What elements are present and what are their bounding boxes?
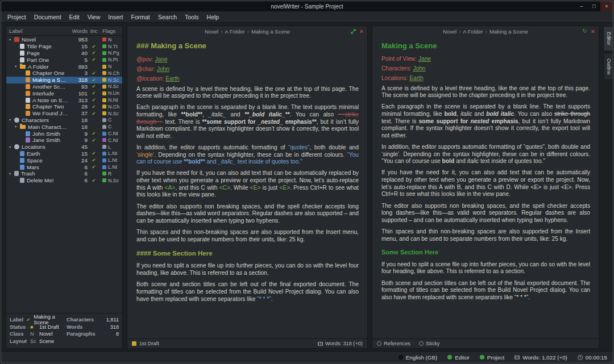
tab-editor[interactable]: Editor [603,26,613,51]
stat-row-words: Words 318 [67,324,119,331]
maximize-button[interactable]: □ [588,1,600,11]
tree-item[interactable]: Mars6✔L.Nt [6,164,122,170]
tree-item[interactable]: ▾Characters18C [6,117,122,124]
close-view-icon[interactable]: × [591,28,595,35]
tree-item[interactable]: Chapter One3✔N.Ch [6,70,122,77]
tree-item[interactable]: Jane Smith9✔C.Nt [6,137,122,144]
expander-icon[interactable]: ▾ [15,124,20,129]
taglink-text[interactable]: Jane [418,56,431,62]
paragraph: If you need to split a scene file up int… [136,262,359,277]
detail-label: Status [10,324,30,330]
text-run: . [271,296,273,302]
taglink-text[interactable]: Earth [409,75,423,81]
tree-item[interactable]: ▾Novel953N [6,36,122,43]
editor-text[interactable]: ### Making a Scene@pov: Jane@char: John@… [127,36,367,338]
squote-text: ‘single’ [136,152,154,158]
close-document-icon[interactable]: × [360,28,363,35]
menu-document[interactable]: Document [30,12,65,22]
close-button[interactable]: × [600,1,613,11]
tag-line: @pov: Jane [136,56,359,64]
tree-item[interactable]: ▾A Folder893N [6,63,122,70]
expander-icon[interactable]: ▾ [9,145,14,149]
taglink-text[interactable]: Earth [165,76,179,82]
menu-tools[interactable]: Tools [181,12,203,22]
statusbar-language[interactable]: English (GB) [399,354,438,361]
folder-icon [20,125,26,129]
editor-status-label[interactable]: 1st Draft [139,341,159,346]
taglink-text[interactable]: John [157,66,169,72]
menu-insert[interactable]: Insert [104,12,127,22]
tree-item-flags: N.Tt [100,44,119,49]
statusbar-word-count[interactable]: Words: 1,022 (+0) [515,354,567,361]
expander-icon[interactable]: ▾ [15,64,20,69]
tree-item[interactable]: Page40✔N.Pg [6,50,122,57]
tree-item-flags: C [100,124,119,129]
tab-outline[interactable]: Outline [603,53,613,81]
tree-item[interactable]: We Found John!37✔N.Sc [6,110,122,117]
tree-item-wordcount: 313 [68,97,88,103]
taglink-text[interactable]: John [413,65,425,72]
book-icon [14,37,19,42]
tree-item-label: Title Page [27,43,68,49]
tree-item-label: A Note on Structure [32,97,68,103]
expander-icon[interactable]: ▾ [9,171,14,176]
tree-item[interactable]: Making a Scene318✔N.Sc [6,77,122,83]
statusbar-session-time[interactable]: 00:00:15 [578,354,607,361]
text-run: , [457,111,460,117]
doc-icon [26,111,30,116]
bold-text: bold [445,111,457,117]
tree-item-wordcount: 93 [68,83,88,90]
tree-item[interactable]: Space24✔L.Nt [6,157,122,164]
project-tree[interactable]: ▾Novel953NTitle Page15✔N.TtPage40✔N.PgPa… [6,36,122,313]
menu-search[interactable]: Search [154,12,181,22]
tree-item[interactable]: Earth15✔L.Nt [6,150,122,157]
tree-item-flags: C.Nt [100,131,119,136]
menu-project[interactable]: Project [3,12,30,22]
tree-item[interactable]: ▾Trash6R [6,170,122,177]
taglink-text[interactable]: Jane [155,56,167,62]
statusbar-project-status[interactable]: Project [480,354,505,361]
tagkey-text: Locations: [381,75,409,81]
status-color-icon [102,98,106,102]
flags-text: N [108,64,111,69]
editor-word-count[interactable]: Words: 318 (+0) [325,341,363,346]
bi-text: nested [470,118,489,124]
menu-help[interactable]: Help [203,12,223,22]
status-color-icon [102,85,106,89]
included-check-icon: ✔ [88,111,100,116]
doc-icon [26,91,30,96]
menu-format[interactable]: Format [127,12,154,22]
tree-item[interactable]: John Smith9✔C.Nt [6,130,122,137]
tree-item[interactable]: Title Page15✔N.Tt [6,43,122,50]
menu-view[interactable]: View [84,12,105,22]
tree-item[interactable]: ▾Locations45L [6,144,122,150]
text-run: text. There is [381,118,419,124]
maximize-editor-icon[interactable] [351,29,356,34]
tree-item[interactable]: ▾Main Characters18C [6,123,122,130]
sticky-toggle[interactable]: Sticky [426,341,440,346]
tree-item[interactable]: Part One5✔N.Pt [6,56,122,63]
flags-text: L.Nt [108,150,117,156]
tree-item-label: Making a Scene [32,77,68,83]
tree-item[interactable]: Another Scene93✔N.Sc [6,83,122,90]
tree-item-label: Delete Me! [27,177,68,183]
expander-icon[interactable]: ▾ [9,118,14,122]
flags-text: N.Nt [108,97,118,103]
doc-icon [26,131,30,136]
minimize-button[interactable]: – [575,1,588,11]
tree-item[interactable]: Delete Me!6✔N.Sc [6,177,122,184]
statusbar-editor-status[interactable]: Editor [447,354,470,361]
people-icon [14,118,19,123]
text-run: , [202,111,208,118]
references-toggle[interactable]: References [384,341,410,346]
stat-value: 8 [116,331,119,337]
window-controls: – □ × [575,1,613,11]
status-color-icon [102,145,106,149]
tree-item[interactable]: Chapter Two28✔N.Ch [6,103,122,110]
tree-item[interactable]: Interlude101✔N.Un [6,90,122,97]
tree-item-wordcount: 18 [68,124,88,130]
expander-icon[interactable]: ▾ [9,37,14,42]
tree-item[interactable]: A Note on Structure313✔N.Nt [6,97,122,103]
menu-edit[interactable]: Edit [65,12,84,22]
refresh-view-icon[interactable]: ↻ [582,28,587,34]
